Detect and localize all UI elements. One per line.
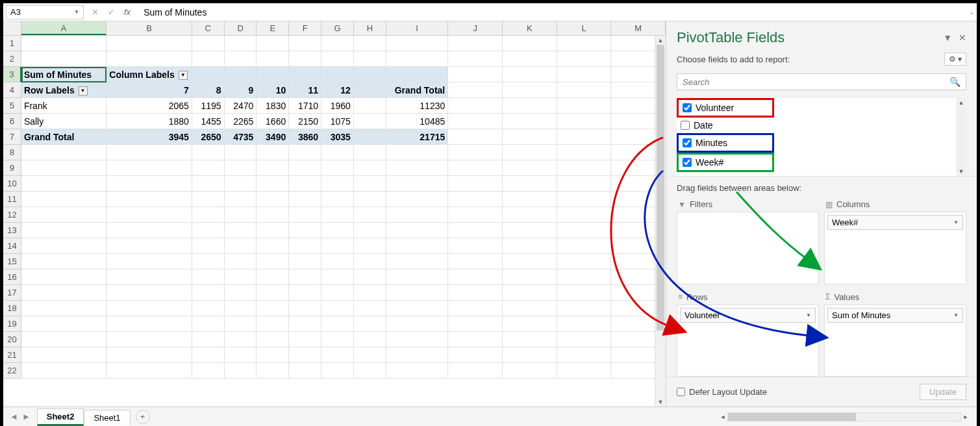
cell[interactable] bbox=[354, 145, 386, 160]
values-field-sum-minutes[interactable]: Sum of Minutes ▼ bbox=[827, 308, 963, 323]
cell[interactable] bbox=[386, 363, 449, 379]
cell[interactable] bbox=[321, 285, 354, 301]
tab-nav-next-icon[interactable]: ► bbox=[22, 412, 31, 421]
cell[interactable] bbox=[386, 160, 449, 176]
cell[interactable] bbox=[192, 363, 225, 379]
cell[interactable] bbox=[386, 223, 449, 238]
cell[interactable] bbox=[107, 223, 192, 238]
add-sheet-button[interactable]: + bbox=[136, 410, 150, 424]
cell[interactable] bbox=[321, 145, 354, 160]
field-checkbox[interactable] bbox=[683, 103, 692, 112]
cell[interactable] bbox=[257, 254, 289, 269]
cell[interactable] bbox=[289, 207, 321, 223]
cell[interactable] bbox=[557, 160, 612, 176]
cell[interactable] bbox=[257, 285, 289, 301]
pivot-row-total[interactable]: 10485 bbox=[386, 114, 449, 129]
cell[interactable] bbox=[503, 207, 557, 223]
field-checkbox[interactable] bbox=[683, 138, 692, 147]
cell[interactable] bbox=[386, 316, 449, 332]
row-header[interactable]: 10 bbox=[3, 176, 21, 192]
formula-bar-expand-icon[interactable]: ⌄ bbox=[966, 8, 977, 16]
cell[interactable] bbox=[354, 207, 386, 223]
cell[interactable] bbox=[107, 269, 192, 285]
cell[interactable] bbox=[354, 301, 386, 316]
cell[interactable] bbox=[503, 316, 557, 332]
cell[interactable] bbox=[192, 207, 225, 223]
field-dropdown-icon[interactable]: ▼ bbox=[953, 312, 959, 318]
cell[interactable] bbox=[557, 269, 612, 285]
col-header-F[interactable]: F bbox=[289, 21, 321, 35]
cell[interactable] bbox=[107, 285, 192, 301]
cell[interactable] bbox=[21, 238, 107, 254]
cell[interactable] bbox=[107, 363, 192, 379]
pivot-row-label[interactable]: Sally bbox=[21, 114, 107, 129]
cell[interactable] bbox=[192, 269, 225, 285]
cell[interactable] bbox=[354, 332, 386, 347]
cell[interactable] bbox=[21, 285, 107, 301]
cell[interactable] bbox=[225, 223, 257, 238]
cell[interactable] bbox=[192, 301, 225, 316]
pivot-row-label[interactable]: Frank bbox=[21, 98, 107, 114]
cell[interactable] bbox=[503, 363, 557, 379]
select-all-corner[interactable] bbox=[3, 21, 21, 35]
cell[interactable] bbox=[503, 301, 557, 316]
cell[interactable] bbox=[192, 145, 225, 160]
cell[interactable] bbox=[354, 223, 386, 238]
scroll-up-icon[interactable]: ▲ bbox=[655, 36, 666, 45]
cell[interactable] bbox=[321, 223, 354, 238]
cell[interactable] bbox=[225, 347, 257, 363]
cell[interactable] bbox=[354, 285, 386, 301]
pivot-corner-cell[interactable]: Sum of Minutes bbox=[21, 67, 107, 82]
cell[interactable] bbox=[503, 254, 557, 269]
pivot-col-header[interactable]: 11 bbox=[289, 82, 321, 98]
cell[interactable] bbox=[386, 332, 449, 347]
scroll-right-icon[interactable]: ► bbox=[961, 414, 970, 420]
cell[interactable] bbox=[192, 223, 225, 238]
filters-dropzone[interactable] bbox=[677, 212, 819, 284]
cell[interactable] bbox=[257, 269, 289, 285]
cell[interactable] bbox=[21, 145, 107, 160]
cell[interactable] bbox=[448, 254, 503, 269]
row-header[interactable]: 2 bbox=[3, 51, 21, 67]
cell[interactable] bbox=[448, 145, 503, 160]
cell[interactable] bbox=[321, 363, 354, 379]
name-box[interactable]: A3 ▼ bbox=[6, 5, 84, 19]
cell[interactable] bbox=[21, 301, 107, 316]
col-header-I[interactable]: I bbox=[386, 21, 449, 35]
row-header[interactable]: 5 bbox=[3, 98, 21, 114]
cell[interactable] bbox=[192, 332, 225, 347]
search-input[interactable] bbox=[683, 77, 949, 87]
cell[interactable] bbox=[354, 347, 386, 363]
cell[interactable] bbox=[448, 238, 503, 254]
pivot-value[interactable]: 1660 bbox=[257, 114, 289, 129]
field-date[interactable]: Date bbox=[677, 118, 966, 133]
cell[interactable] bbox=[557, 192, 612, 207]
cell[interactable] bbox=[192, 316, 225, 332]
pivot-grand-value[interactable]: 4735 bbox=[225, 129, 257, 145]
row-header[interactable]: 20 bbox=[3, 332, 21, 347]
cell[interactable] bbox=[289, 363, 321, 379]
cell[interactable] bbox=[21, 223, 107, 238]
cell[interactable] bbox=[448, 363, 503, 379]
pivot-value[interactable]: 2470 bbox=[225, 98, 257, 114]
cell[interactable] bbox=[386, 347, 449, 363]
cell[interactable] bbox=[192, 254, 225, 269]
more-tables-link[interactable]: More Tables... bbox=[677, 172, 966, 176]
cell[interactable] bbox=[289, 316, 321, 332]
column-labels-dropdown-icon[interactable]: ▼ bbox=[179, 71, 188, 80]
cell[interactable] bbox=[257, 176, 289, 192]
enter-icon[interactable]: ✓ bbox=[108, 7, 115, 17]
pivot-row-total[interactable]: 11230 bbox=[386, 98, 449, 114]
rows-dropzone[interactable]: Volunteer ▼ bbox=[677, 305, 819, 377]
formula-input[interactable] bbox=[138, 5, 966, 19]
sheet-tab[interactable]: Sheet1 bbox=[84, 410, 130, 425]
cell[interactable] bbox=[386, 238, 449, 254]
pivot-value[interactable]: 1195 bbox=[192, 98, 225, 114]
pivot-value[interactable]: 2150 bbox=[289, 114, 321, 129]
cell[interactable] bbox=[257, 363, 289, 379]
cell[interactable] bbox=[386, 145, 449, 160]
columns-field-week[interactable]: Week# ▼ bbox=[827, 215, 963, 230]
cell[interactable] bbox=[225, 207, 257, 223]
cell[interactable] bbox=[557, 223, 612, 238]
vertical-scrollbar[interactable]: ▲ ▼ bbox=[655, 36, 666, 407]
